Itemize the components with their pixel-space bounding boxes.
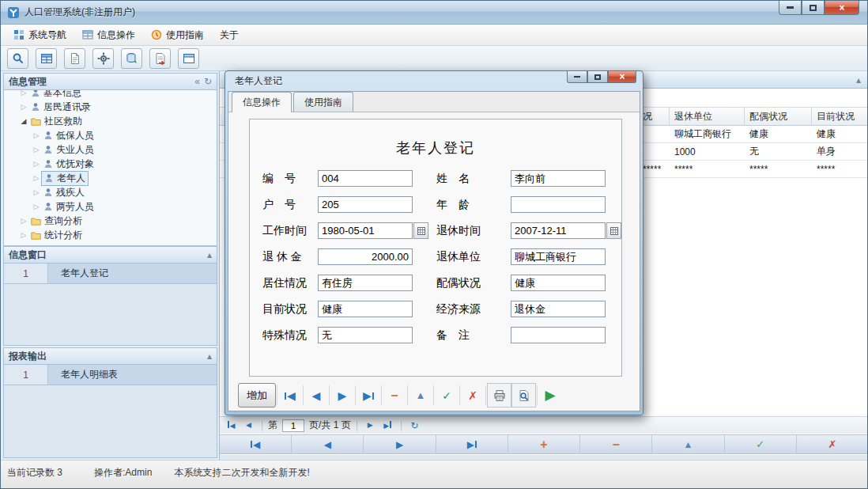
collapse-up-icon[interactable]: ▴ [856,74,861,85]
report-output-item[interactable]: 1 老年人明细表 [4,365,217,385]
separator [407,385,408,405]
table-view-button[interactable] [36,48,57,69]
edit-record-button[interactable]: ▲ [652,435,724,453]
report-export-button[interactable] [149,48,171,69]
field-label: 退休单位 [436,250,511,264]
tree-item-community-aid[interactable]: ◢ 社区救助 [4,114,217,128]
form-fieldset: 老年人登记 编 号 姓 名 户 号 年 龄 [249,119,622,377]
panel-header-info-window[interactable]: 信息窗口 ▴ [3,246,217,263]
collapse-up-icon[interactable]: ▴ [207,351,212,362]
last-record-button[interactable]: ▶ [436,435,508,453]
cancel-record-button[interactable]: ✗ [461,383,485,408]
system-message: 本系统支持二次开发和全新开发! [174,466,309,489]
name-field[interactable] [511,170,606,187]
form-row: 编 号 姓 名 [250,165,621,191]
tree-item-basic-info[interactable]: ▷ 基本信息 [4,90,217,100]
tab-info-ops[interactable]: 信息操作 [232,92,292,112]
spouse-status-field[interactable] [511,275,606,291]
form-title: 老年人登记 [250,138,621,157]
dialog-title: 老年人登记 [235,74,282,88]
prev-page-button[interactable]: ◀ [241,419,256,433]
collapse-left-icon[interactable]: « [194,76,200,87]
save-record-button[interactable]: ✓ [725,435,797,453]
panel-header-report-output[interactable]: 报表输出 ▴ [3,347,217,365]
dialog-minimize-button[interactable] [567,71,587,83]
menu-bar: 系统导航 信息操作 使用指南 关于 [1,25,867,46]
tab-user-guide[interactable]: 使用指南 [293,92,353,112]
tree-item-low-income[interactable]: ▷ 低保人员 [4,128,217,142]
delete-record-button[interactable]: − [383,383,406,408]
run-button[interactable]: ▶ [538,383,562,408]
maximize-button[interactable] [802,1,825,15]
prev-record-button[interactable]: ◀ [292,435,364,453]
tree-item-unemployed[interactable]: ▷ 失业人员 [4,142,217,157]
separator [537,385,538,405]
settings-button[interactable] [92,48,114,69]
last-page-button[interactable]: ▶ [380,419,395,433]
last-record-button[interactable]: ▶ [357,383,380,408]
separator [433,385,434,405]
current-status-field[interactable] [318,301,413,317]
first-record-button[interactable]: ◀ [220,435,292,453]
menu-item-about[interactable]: 关于 [212,25,247,45]
info-window-item[interactable]: 1 老年人登记 [4,263,217,284]
column-header[interactable]: 退休单位 [670,108,745,125]
column-header[interactable]: 配偶状况 [745,108,812,125]
tree-item-resident-directory[interactable]: ▷ 居民通讯录 [4,100,217,114]
separator [381,385,382,405]
first-record-button[interactable]: ◀ [278,383,302,408]
page-label-suffix: 页/共 1 页 [309,419,351,432]
print-button[interactable] [487,383,511,408]
tree-item-query-analysis[interactable]: ▷ 查询分析 [4,214,217,228]
pension-field[interactable] [318,248,413,265]
tree-item-two-labor[interactable]: ▷ 两劳人员 [4,199,217,214]
prev-record-button[interactable]: ◀ [304,383,328,408]
id-field[interactable] [318,170,413,187]
household-field[interactable] [318,196,413,213]
document-button[interactable] [64,48,85,69]
retire-unit-field[interactable] [511,248,606,265]
save-record-button[interactable]: ✓ [435,383,459,408]
age-field[interactable] [511,196,606,213]
tree-item-elderly[interactable]: ▷ 老年人 [4,171,217,185]
collapse-up-icon[interactable]: ▴ [207,249,212,260]
sidebar: 信息管理 « ↻ ▷ 基本信息 ▷ 居民通讯录 ◢ 社区救助 [1,71,220,460]
dialog-close-button[interactable]: × [608,71,636,83]
separator [262,420,262,431]
tree-item-veterans[interactable]: ▷ 优抚对象 [4,157,217,171]
menu-item-system-nav[interactable]: 系统导航 [6,25,74,45]
menu-item-info-ops[interactable]: 信息操作 [74,25,143,45]
cancel-record-button[interactable]: ✗ [797,435,868,453]
date-picker-button[interactable] [606,222,621,239]
dialog-maximize-button[interactable] [587,71,608,83]
column-header[interactable]: 目前状况 [812,108,868,125]
refresh-button[interactable]: ↻ [407,419,422,433]
data-export-button[interactable] [121,48,142,69]
preview-button[interactable] [511,383,536,408]
special-status-field[interactable] [318,327,413,343]
first-page-button[interactable]: ◀ [224,419,239,433]
work-date-field[interactable] [318,222,413,239]
date-picker-button[interactable] [413,222,428,239]
search-button[interactable] [7,48,28,69]
minimize-button[interactable] [779,1,802,15]
next-record-button[interactable]: ▶ [364,435,436,453]
add-button[interactable]: 增加 [238,383,276,408]
delete-record-button[interactable]: − [580,435,652,453]
retire-date-field[interactable] [511,222,606,239]
tree-item-stat-analysis[interactable]: ▷ 统计分析 [4,228,217,242]
add-record-button[interactable]: + [508,435,580,453]
panel-header-info-mgmt[interactable]: 信息管理 « ↻ [3,73,217,90]
next-page-button[interactable]: ▶ [363,419,378,433]
edit-record-button[interactable]: ▲ [409,383,432,408]
refresh-icon[interactable]: ↻ [204,76,212,87]
page-number-input[interactable] [282,419,304,432]
menu-item-user-guide[interactable]: 使用指南 [143,25,212,45]
remarks-field[interactable] [511,327,606,343]
income-source-field[interactable] [511,301,606,317]
window-button[interactable] [178,48,199,69]
close-button[interactable]: × [825,1,859,15]
tree-item-disabled[interactable]: ▷ 残疾人 [4,185,217,199]
next-record-button[interactable]: ▶ [330,383,354,408]
housing-field[interactable] [318,275,413,291]
